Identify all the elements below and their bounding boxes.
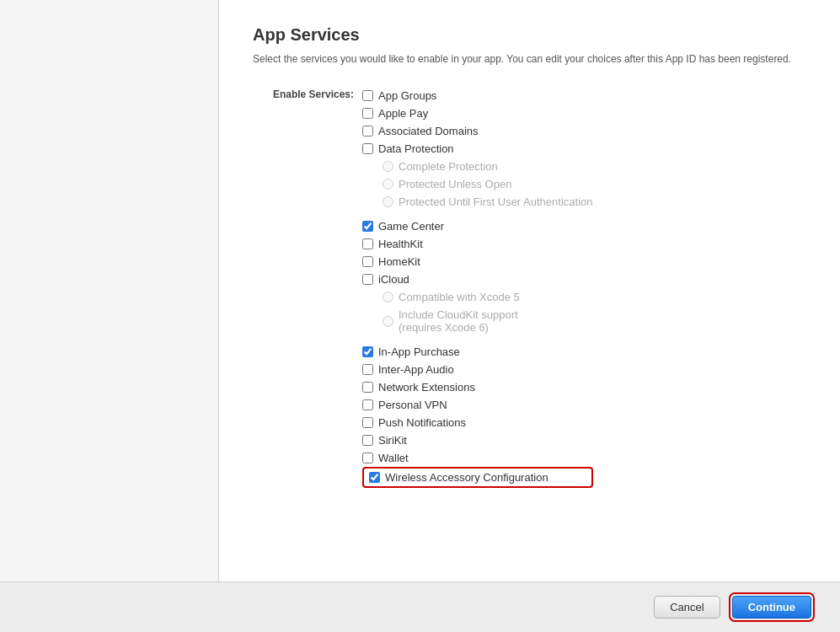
input-data-protection[interactable] [362, 143, 373, 154]
footer: Cancel Continue [0, 581, 840, 632]
service-item-personal-vpn: Personal VPN [362, 396, 593, 414]
cancel-button[interactable]: Cancel [654, 596, 720, 619]
input-sirikit[interactable] [362, 435, 373, 446]
input-inter-app-audio[interactable] [362, 364, 373, 375]
label-sirikit[interactable]: SiriKit [378, 434, 407, 447]
input-homekit[interactable] [362, 256, 373, 267]
spacer [362, 211, 593, 217]
service-item-inter-app-audio: Inter-App Audio [362, 361, 593, 378]
input-icloud[interactable] [362, 274, 373, 285]
input-healthkit[interactable] [362, 238, 373, 249]
label-associated-domains[interactable]: Associated Domains [378, 125, 479, 137]
enable-services-label: Enable Services: [253, 87, 362, 488]
service-item-homekit: HomeKit [362, 253, 593, 270]
services-list: App GroupsApple PayAssociated DomainsDat… [362, 87, 593, 488]
label-apple-pay[interactable]: Apple Pay [378, 107, 428, 120]
label-homekit[interactable]: HomeKit [378, 255, 420, 268]
label-complete-protection[interactable]: Complete Protection [399, 160, 498, 173]
service-item-protected-unless-open: Protected Unless Open [362, 175, 593, 193]
label-compatible-xcode5[interactable]: Compatible with Xcode 5 [399, 291, 520, 303]
input-push-notifications[interactable] [362, 417, 373, 428]
input-associated-domains[interactable] [362, 126, 373, 137]
label-inter-app-audio[interactable]: Inter-App Audio [378, 363, 454, 376]
service-item-data-protection: Data Protection [362, 140, 593, 158]
page-description: Select the services you would like to en… [253, 51, 806, 67]
input-apple-pay[interactable] [362, 108, 373, 119]
label-icloud[interactable]: iCloud [378, 273, 409, 286]
input-wallet[interactable] [362, 453, 373, 463]
input-app-groups[interactable] [362, 90, 373, 101]
input-complete-protection[interactable] [383, 161, 393, 172]
page-title: App Services [253, 25, 806, 45]
input-wireless-accessory[interactable] [369, 472, 380, 483]
input-compatible-xcode5[interactable] [383, 292, 393, 303]
input-in-app-purchase[interactable] [362, 346, 373, 357]
main-container: App Services Select the services you wou… [0, 0, 840, 581]
continue-button[interactable]: Continue [732, 596, 811, 619]
service-item-apple-pay: Apple Pay [362, 104, 593, 122]
spacer [362, 336, 593, 343]
service-item-protected-until-auth: Protected Until First User Authenticatio… [362, 193, 593, 211]
label-personal-vpn[interactable]: Personal VPN [378, 399, 447, 411]
service-item-app-groups: App Groups [362, 87, 593, 104]
label-include-cloudkit[interactable]: Include CloudKit support (requires Xcode… [399, 308, 518, 334]
service-item-include-cloudkit: Include CloudKit support (requires Xcode… [362, 306, 593, 336]
input-personal-vpn[interactable] [362, 399, 373, 410]
input-include-cloudkit[interactable] [383, 316, 393, 327]
service-item-compatible-xcode5: Compatible with Xcode 5 [362, 288, 593, 306]
label-in-app-purchase[interactable]: In-App Purchase [378, 345, 460, 358]
label-game-center[interactable]: Game Center [378, 220, 444, 233]
label-data-protection[interactable]: Data Protection [378, 142, 454, 155]
service-item-associated-domains: Associated Domains [362, 122, 593, 140]
service-item-network-extensions: Network Extensions [362, 378, 593, 396]
service-item-in-app-purchase: In-App Purchase [362, 343, 593, 361]
input-game-center[interactable] [362, 221, 373, 232]
input-protected-unless-open[interactable] [383, 179, 393, 190]
service-item-wallet: Wallet [362, 449, 593, 467]
services-form: Enable Services: App GroupsApple PayAsso… [253, 87, 806, 488]
label-wireless-accessory[interactable]: Wireless Accessory Configuration [385, 471, 548, 484]
service-item-game-center: Game Center [362, 217, 593, 235]
label-app-groups[interactable]: App Groups [378, 89, 436, 102]
content-area: App Services Select the services you wou… [219, 0, 840, 581]
input-network-extensions[interactable] [362, 382, 373, 393]
service-item-sirikit: SiriKit [362, 431, 593, 449]
service-item-push-notifications: Push Notifications [362, 414, 593, 431]
label-push-notifications[interactable]: Push Notifications [378, 416, 466, 429]
label-network-extensions[interactable]: Network Extensions [378, 381, 475, 394]
label-protected-until-auth[interactable]: Protected Until First User Authenticatio… [399, 195, 593, 208]
input-protected-until-auth[interactable] [383, 196, 393, 207]
continue-button-wrapper: Continue [729, 592, 815, 622]
label-healthkit[interactable]: HealthKit [378, 238, 423, 250]
service-item-healthkit: HealthKit [362, 235, 593, 253]
sidebar [0, 0, 219, 581]
service-item-wireless-accessory: Wireless Accessory Configuration [362, 467, 593, 488]
label-wallet[interactable]: Wallet [378, 452, 409, 464]
service-item-complete-protection: Complete Protection [362, 158, 593, 175]
label-protected-unless-open[interactable]: Protected Unless Open [399, 178, 511, 190]
service-item-icloud: iCloud [362, 270, 593, 288]
